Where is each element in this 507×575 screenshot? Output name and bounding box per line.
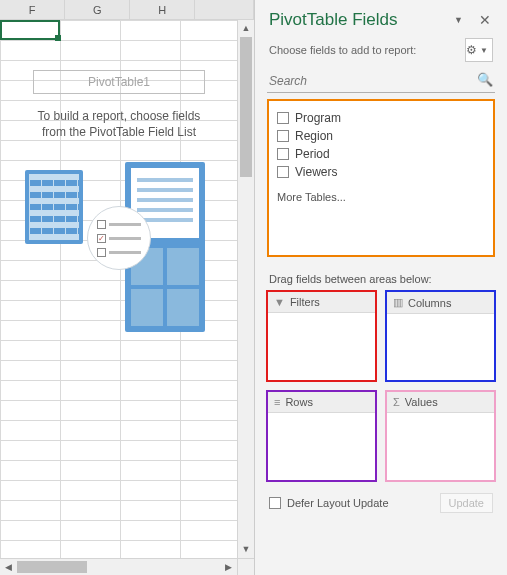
scroll-down-icon[interactable]: ▼ [238, 541, 254, 558]
field-item[interactable]: Program [277, 109, 485, 127]
checkbox[interactable] [277, 148, 289, 160]
vertical-scrollbar[interactable]: ▲ ▼ [237, 20, 254, 558]
values-dropzone[interactable]: ΣValues [386, 391, 495, 481]
scroll-right-icon[interactable]: ▶ [220, 559, 237, 575]
search-icon[interactable]: 🔍 [477, 72, 493, 87]
drag-instruction: Drag fields between areas below: [255, 267, 507, 291]
rows-dropzone[interactable]: ≡Rows [267, 391, 376, 481]
pivot-title-box: PivotTable1 [33, 70, 205, 94]
filters-dropzone[interactable]: ▼Filters [267, 291, 376, 381]
pane-subtitle: Choose fields to add to report: [269, 44, 465, 56]
horizontal-scrollbar[interactable]: ◀ ▶ [0, 558, 237, 575]
scroll-thumb[interactable] [240, 37, 252, 177]
pivot-placeholder[interactable]: PivotTable1 To build a report, choose fi… [9, 48, 229, 352]
pivot-illustration: ✓ [15, 162, 223, 342]
field-item[interactable]: Viewers [277, 163, 485, 181]
pane-title: PivotTable Fields [269, 10, 444, 30]
rows-icon: ≡ [274, 396, 280, 408]
column-header[interactable]: F [0, 0, 65, 19]
selected-cell[interactable] [0, 20, 60, 40]
worksheet-area: F G H PivotTable1 To build a report, cho… [0, 0, 255, 575]
pivot-hint-text: To build a report, choose fieldsfrom the… [15, 108, 223, 140]
search-input[interactable] [267, 70, 495, 93]
checkbox[interactable] [277, 112, 289, 124]
scroll-left-icon[interactable]: ◀ [0, 559, 17, 575]
sigma-icon: Σ [393, 396, 400, 408]
column-header[interactable]: G [65, 0, 130, 19]
columns-icon: ▥ [393, 296, 403, 309]
field-item[interactable]: Period [277, 145, 485, 163]
defer-checkbox[interactable] [269, 497, 281, 509]
checkbox[interactable] [277, 166, 289, 178]
columns-dropzone[interactable]: ▥Columns [386, 291, 495, 381]
defer-label: Defer Layout Update [287, 497, 434, 509]
gear-icon: ⚙ [466, 43, 478, 57]
scroll-thumb[interactable] [17, 561, 87, 573]
filter-icon: ▼ [274, 296, 285, 308]
scroll-up-icon[interactable]: ▲ [238, 20, 254, 37]
pane-menu-dropdown[interactable]: ▼ [444, 15, 473, 25]
pivot-fields-pane: PivotTable Fields ▼ ✕ Choose fields to a… [255, 0, 507, 575]
close-icon[interactable]: ✕ [473, 12, 497, 28]
column-header[interactable] [195, 0, 254, 19]
tools-button[interactable]: ⚙▼ [465, 38, 493, 62]
update-button: Update [440, 493, 493, 513]
scroll-corner [237, 558, 254, 575]
chevron-down-icon: ▼ [480, 46, 492, 55]
field-list: Program Region Period Viewers More Table… [267, 99, 495, 257]
column-header[interactable]: H [130, 0, 195, 19]
more-tables-link[interactable]: More Tables... [277, 181, 485, 203]
field-item[interactable]: Region [277, 127, 485, 145]
checkbox[interactable] [277, 130, 289, 142]
